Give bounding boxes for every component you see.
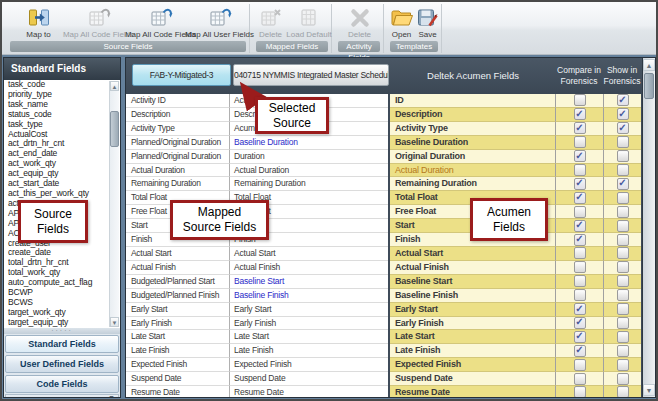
compare-checkbox[interactable]: ✓ [574,331,586,343]
acumen-field-cell[interactable]: Activity Type [390,122,555,136]
mapped-field-cell[interactable]: Actual Start [230,247,388,261]
source-field-cell[interactable]: Actual Duration [126,164,230,178]
source-field-cell[interactable]: Remaining Duration [126,177,230,191]
mapped-field-cell[interactable]: Baseline Finish [230,289,388,303]
map-to-all-projects-button[interactable]: Map toAll Projects [10,4,68,41]
scrollbar-thumb[interactable] [644,73,654,99]
acumen-field-cell[interactable]: Resume Date [390,386,555,398]
mapped-field-cell[interactable]: Early Finish [230,317,388,331]
panel-splitter[interactable]: ····· [4,328,120,334]
source-field-cell[interactable]: Activity Type [126,122,230,136]
delete-button[interactable]: Delete [337,4,383,41]
show-checkbox[interactable]: ✓ [617,220,629,232]
compare-checkbox[interactable]: ✓ [574,275,586,287]
compare-checkbox[interactable]: ✓ [574,289,586,301]
acumen-field-cell[interactable]: Baseline Duration [390,136,555,150]
compare-checkbox[interactable]: ✓ [574,164,586,176]
compare-checkbox[interactable]: ✓ [574,345,586,357]
source-field-cell[interactable]: Planned/Original Duration [126,150,230,164]
scroll-up-icon[interactable]: ▲ [643,59,655,71]
show-checkbox[interactable]: ✓ [617,192,629,204]
source-field-cell[interactable]: Late Finish [126,344,230,358]
acumen-field-cell[interactable]: Description [390,108,555,122]
show-checkbox[interactable]: ✓ [617,275,629,287]
open-button[interactable]: Open [389,4,415,41]
scroll-down-icon[interactable]: ▼ [110,317,119,327]
show-checkbox[interactable]: ✓ [617,108,629,120]
show-checkbox[interactable]: ✓ [617,234,629,246]
compare-checkbox[interactable]: ✓ [574,108,586,120]
source-field-cell[interactable]: Budgeted/Planned Start [126,275,230,289]
acumen-field-cell[interactable]: Baseline Finish [390,289,555,303]
compare-checkbox[interactable]: ✓ [574,317,586,329]
compare-checkbox[interactable]: ✓ [574,373,586,385]
show-checkbox[interactable]: ✓ [617,359,629,371]
show-checkbox[interactable]: ✓ [617,164,629,176]
source-field-cell[interactable]: Resume Date [126,386,230,398]
compare-checkbox[interactable]: ✓ [574,247,586,259]
show-checkbox[interactable]: ✓ [617,317,629,329]
acumen-field-cell[interactable]: Late Finish [390,344,555,358]
compare-checkbox[interactable]: ✓ [574,122,586,134]
compare-checkbox[interactable]: ✓ [574,206,586,218]
source-field-cell[interactable]: Early Finish [126,317,230,331]
acumen-field-cell[interactable]: Original Duration [390,150,555,164]
acumen-field-cell[interactable]: Baseline Start [390,275,555,289]
show-checkbox[interactable]: ✓ [617,331,629,343]
mapped-field-cell[interactable]: Resume Date [230,386,388,398]
mapped-field-cell[interactable]: Suspend Date [230,372,388,386]
delete-button[interactable]: Delete [254,4,287,41]
mapped-field-cell[interactable]: Late Finish [230,344,388,358]
show-checkbox[interactable]: ✓ [617,303,629,315]
compare-checkbox[interactable]: ✓ [574,178,586,190]
save-button[interactable]: Save [415,4,441,41]
grid-scrollbar[interactable]: ▲ ▼ [642,58,655,397]
show-checkbox[interactable]: ✓ [617,373,629,385]
mapped-field-cell[interactable]: Late Start [230,330,388,344]
source-field-cell[interactable]: Description [126,108,230,122]
sidebar-tab-standard-fields[interactable]: Standard Fields [5,335,119,353]
mapped-field-cell[interactable]: Early Start [230,303,388,317]
show-checkbox[interactable]: ✓ [617,289,629,301]
acumen-field-cell[interactable]: Remaining Duration [390,177,555,191]
compare-checkbox[interactable]: ✓ [574,192,586,204]
compare-checkbox[interactable]: ✓ [574,359,586,371]
source-field-cell[interactable]: Late Start [126,330,230,344]
acumen-field-cell[interactable]: Actual Start [390,247,555,261]
source-field-cell[interactable]: Early Start [126,303,230,317]
compare-checkbox[interactable]: ✓ [574,303,586,315]
source-field-cell[interactable]: Actual Finish [126,261,230,275]
mapped-source-header[interactable]: 040715 NYMMIS Integrated Master Schedule [233,64,389,86]
show-checkbox[interactable]: ✓ [617,178,629,190]
show-checkbox[interactable]: ✓ [617,94,629,106]
chevron-down-icon[interactable]: ▼ [108,394,115,398]
acumen-field-cell[interactable]: Early Start [390,303,555,317]
scrollbar-thumb[interactable] [110,111,119,147]
show-checkbox[interactable]: ✓ [617,206,629,218]
mapped-field-cell[interactable]: Actual Finish [230,261,388,275]
source-field-cell[interactable]: Expected Finish [126,358,230,372]
mapped-field-cell[interactable]: Actual Duration [230,164,388,178]
map-all-code-fields-for-all-projects-button[interactable]: Map All Code Fieldsfor All Projects [130,4,192,41]
show-checkbox[interactable]: ✓ [617,136,629,148]
acumen-field-cell[interactable]: Actual Duration [390,164,555,178]
compare-checkbox[interactable]: ✓ [574,136,586,148]
sidebar-field-item[interactable]: act_this_per_work_qty [4,189,120,199]
compare-checkbox[interactable]: ✓ [574,261,586,273]
compare-checkbox[interactable]: ✓ [574,220,586,232]
sidebar-scrollbar[interactable]: ▲ ▼ [109,81,119,327]
map-all-code-fields-for-this-project-button[interactable]: Map All Code Fieldsfor this Project [68,4,130,41]
compare-checkbox[interactable]: ✓ [574,386,586,398]
show-checkbox[interactable]: ✓ [617,247,629,259]
acumen-field-cell[interactable]: Late Start [390,330,555,344]
scroll-up-icon[interactable]: ▲ [110,81,119,91]
acumen-field-cell[interactable]: Actual Finish [390,261,555,275]
compare-checkbox[interactable]: ✓ [574,94,586,106]
sidebar-tab-user-defined-fields[interactable]: User Defined Fields [5,355,119,373]
sidebar-tab-code-fields[interactable]: Code Fields [5,375,119,393]
acumen-field-cell[interactable]: Suspend Date [390,372,555,386]
show-checkbox[interactable]: ✓ [617,345,629,357]
show-checkbox[interactable]: ✓ [617,150,629,162]
mapped-field-cell[interactable]: Baseline Duration [230,136,388,150]
source-field-cell[interactable]: Planned/Original Duration [126,136,230,150]
